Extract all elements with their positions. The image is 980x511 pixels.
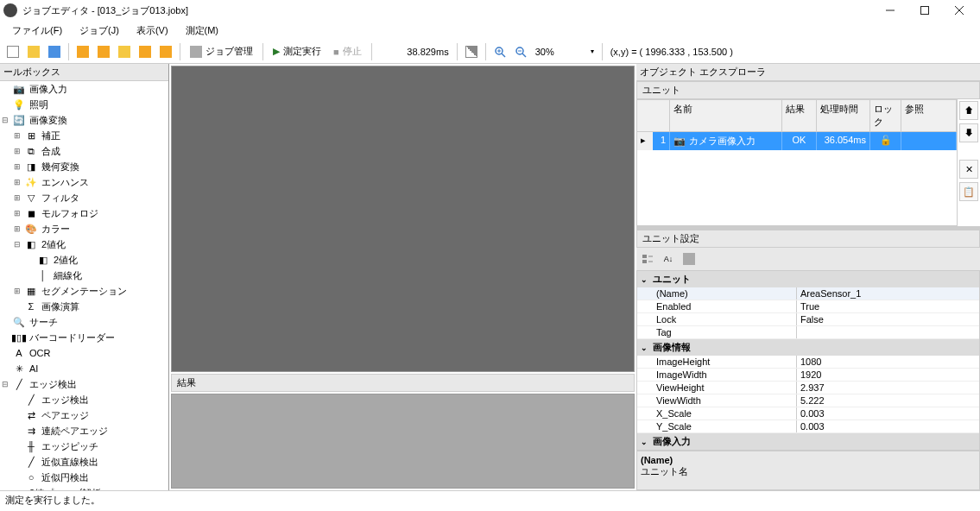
tree-node-circle[interactable]: ○近似円検出: [0, 470, 168, 485]
col-ref[interactable]: 参照: [901, 100, 957, 131]
unit-row[interactable]: ▸ 1 📷 カメラ画像入力 OK 36.054ms 🔓: [637, 132, 957, 150]
toolbox-tree[interactable]: 📷画像入力💡照明⊟🔄画像変換⊞⊞補正⊞⧉合成⊞◨幾何変換⊞✨エンハンス⊞▽フィル…: [0, 81, 168, 490]
prop-yscale-value[interactable]: 0.003: [797, 420, 979, 432]
prop-viewh-value[interactable]: 2.937: [797, 382, 979, 394]
tree-node-grid[interactable]: ⊞⊞補正: [0, 128, 168, 143]
new-button[interactable]: [3, 42, 22, 61]
tree-label: 画像変換: [28, 114, 67, 127]
tree-node-light[interactable]: 💡照明: [0, 97, 168, 112]
tree-label: 細線化: [52, 269, 82, 282]
tree-node-pair[interactable]: ⇄ペアエッジ: [0, 407, 168, 423]
tree-node-convert[interactable]: ⊟🔄画像変換: [0, 112, 168, 128]
expand-icon[interactable]: ⊞: [12, 224, 22, 233]
prop-category-image[interactable]: ⌄ 画像情報: [637, 339, 979, 356]
tree-node-camera[interactable]: 📷画像入力: [0, 81, 168, 97]
prop-enabled-label: Enabled: [637, 300, 797, 312]
expand-icon[interactable]: ⊞: [12, 209, 22, 218]
prop-enabled-value[interactable]: True: [797, 300, 979, 312]
categorize-button[interactable]: [638, 249, 657, 268]
props-button[interactable]: [680, 249, 699, 268]
tb-btn-6[interactable]: [115, 42, 134, 61]
zoom-out-button[interactable]: [511, 42, 530, 61]
tree-node-filter[interactable]: ⊞▽フィルタ: [0, 190, 168, 205]
menu-job[interactable]: ジョブ(J): [71, 22, 128, 39]
tree-label: 幾何変換: [40, 161, 79, 173]
menu-bar: ファイル(F) ジョブ(J) 表示(V) 測定(M): [0, 21, 980, 40]
menu-file[interactable]: ファイル(F): [3, 22, 71, 39]
expand-icon[interactable]: ⊟: [12, 240, 22, 249]
minimize-button[interactable]: [873, 0, 907, 21]
tree-node-binary[interactable]: ⊟◧2値化: [0, 237, 168, 252]
expand-icon[interactable]: ⊞: [12, 178, 22, 186]
tree-node-enhance[interactable]: ⊞✨エンハンス: [0, 174, 168, 190]
tree-node-ai[interactable]: ✳AI: [0, 361, 168, 376]
tree-node-probe[interactable]: ⊕2値プローブ解析: [0, 485, 168, 490]
move-down-button[interactable]: 🡇: [959, 123, 978, 142]
zoom-in-button[interactable]: [490, 42, 509, 61]
prop-xscale-value[interactable]: 0.003: [797, 407, 979, 420]
col-name[interactable]: 名前: [670, 100, 782, 131]
tree-node-edge[interactable]: ⊟╱エッジ検出: [0, 376, 168, 392]
property-grid[interactable]: ⌄ ユニット (Name)AreaSensor_1 EnabledTrue Lo…: [636, 270, 980, 451]
result-area[interactable]: [171, 394, 635, 489]
copy-button[interactable]: [73, 42, 92, 61]
prop-name-value[interactable]: AreaSensor_1: [797, 287, 979, 300]
sort-button[interactable]: A↓: [659, 249, 678, 268]
expand-icon[interactable]: ⊞: [12, 131, 22, 140]
tb-btn-8[interactable]: [156, 42, 175, 61]
paste-button[interactable]: [94, 42, 113, 61]
toolbox-panel: ールボックス 📷画像入力💡照明⊟🔄画像変換⊞⊞補正⊞⧉合成⊞◨幾何変換⊞✨エンハ…: [0, 64, 169, 490]
prop-lock-label: Lock: [637, 313, 797, 325]
copy-unit-button[interactable]: 📋: [959, 182, 978, 201]
tree-node-search[interactable]: 🔍サーチ: [0, 314, 168, 330]
expand-icon[interactable]: ⊟: [0, 116, 10, 124]
maximize-button[interactable]: [907, 0, 942, 21]
move-up-button[interactable]: 🡅: [959, 101, 978, 120]
tree-node-color[interactable]: ⊞🎨カラー: [0, 221, 168, 237]
expand-icon[interactable]: ⊞: [12, 287, 22, 295]
tree-node-pitch[interactable]: ╫エッジピッチ: [0, 438, 168, 454]
prop-lock-value[interactable]: False: [797, 313, 979, 325]
expand-icon[interactable]: ⊞: [12, 147, 22, 155]
tree-node-calc[interactable]: Σ画像演算: [0, 299, 168, 314]
tree-node-line[interactable]: ╱近似直線検出: [0, 454, 168, 470]
menu-view[interactable]: 表示(V): [128, 22, 177, 39]
expand-icon[interactable]: ⊞: [12, 193, 22, 202]
tree-node-segment[interactable]: ⊞▦セグメンテーション: [0, 283, 168, 299]
row-lock[interactable]: 🔓: [870, 132, 901, 150]
delete-button[interactable]: ✕: [959, 160, 978, 179]
expand-icon[interactable]: ⊟: [0, 380, 10, 388]
tree-node-merge[interactable]: ⊞⧉合成: [0, 143, 168, 159]
prop-vieww-value[interactable]: 5.222: [797, 394, 979, 407]
col-lock[interactable]: ロック: [870, 100, 901, 131]
menu-measure[interactable]: 測定(M): [177, 22, 228, 39]
tree-node-geom[interactable]: ⊞◨幾何変換: [0, 159, 168, 174]
unit-table[interactable]: 名前 結果 処理時間 ロック 参照 ▸ 1 📷 カメラ画像入力 OK: [636, 99, 958, 226]
tree-node-binary[interactable]: ◧2値化: [0, 252, 168, 268]
tb-btn-7[interactable]: [136, 42, 155, 61]
tree-node-chain[interactable]: ⇉連続ペアエッジ: [0, 423, 168, 438]
prop-imgh-value[interactable]: 1080: [797, 356, 979, 368]
image-viewport[interactable]: [171, 66, 635, 372]
tree-node-barcode[interactable]: ▮▯▮バーコードリーダー: [0, 330, 168, 345]
tree-node-edge2[interactable]: ╱エッジ検出: [0, 392, 168, 407]
tree-node-morph[interactable]: ⊞◼モルフォロジ: [0, 205, 168, 221]
stop-button[interactable]: ■ 停止: [328, 45, 367, 58]
zoom-select[interactable]: 30% ▾: [532, 47, 597, 57]
view-mode-button[interactable]: [462, 42, 481, 61]
prop-imgw-value[interactable]: 1920: [797, 369, 979, 381]
close-button[interactable]: [942, 0, 977, 21]
expand-icon[interactable]: ⊞: [12, 162, 22, 171]
prop-category-imginput[interactable]: ⌄ 画像入力: [637, 433, 979, 450]
prop-category-unit[interactable]: ⌄ ユニット: [637, 271, 979, 287]
col-time[interactable]: 処理時間: [817, 100, 870, 131]
run-measure-button[interactable]: ▶ 測定実行: [268, 45, 326, 58]
col-result[interactable]: 結果: [782, 100, 817, 131]
tree-label: ペアエッジ: [40, 409, 89, 422]
tree-node-ocr[interactable]: AOCR: [0, 345, 168, 361]
save-button[interactable]: [45, 42, 64, 61]
open-button[interactable]: [24, 42, 43, 61]
prop-tag-value[interactable]: [797, 326, 979, 338]
job-manage-button[interactable]: ジョブ管理: [185, 45, 258, 58]
tree-node-thin[interactable]: │細線化: [0, 268, 168, 283]
